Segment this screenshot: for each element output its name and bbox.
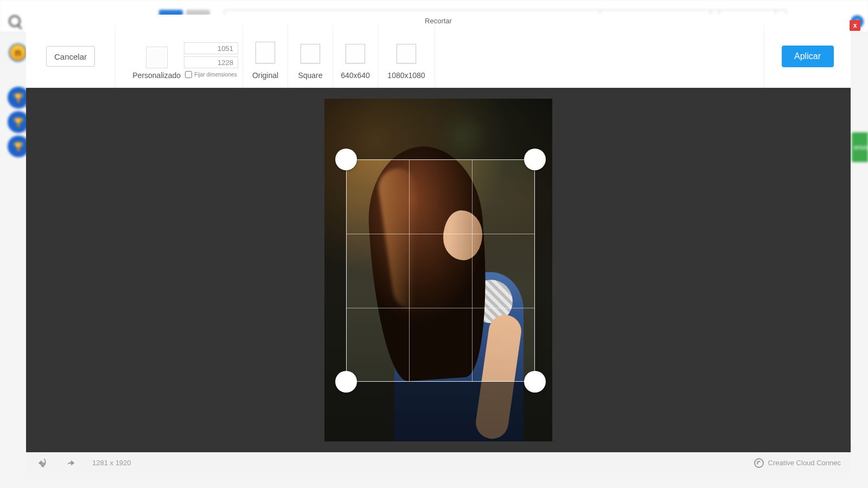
crop-border <box>346 159 535 382</box>
preset-square-button[interactable] <box>301 44 320 63</box>
crop-frame[interactable] <box>346 159 535 382</box>
custom-dims <box>184 42 238 68</box>
preset-square-label: Square <box>298 71 322 80</box>
cancel-button[interactable]: Cancelar <box>46 46 95 67</box>
lock-dimensions-label: Fijar dimensiones <box>194 72 237 78</box>
preset-original-cell: Original <box>243 25 288 87</box>
crop-handle-bottom-left[interactable] <box>335 371 357 393</box>
apply-cell: Aplicar <box>764 25 851 87</box>
modal-footer: 1281 x 1920 Creative Cloud Connec <box>26 452 851 473</box>
photo-preview[interactable] <box>324 99 552 441</box>
preset-1080-cell: 1080x1080 <box>378 25 435 87</box>
preset-640-label: 640x640 <box>341 71 370 80</box>
image-dimensions: 1281 x 1920 <box>92 459 131 467</box>
redo-icon <box>65 457 76 469</box>
creative-cloud-text: Creative Cloud Connec <box>768 459 841 467</box>
search-icon <box>9 15 23 29</box>
modal-title: Recortar <box>26 15 851 25</box>
close-button[interactable]: x <box>850 20 860 31</box>
width-input[interactable] <box>184 42 238 54</box>
creative-cloud-icon <box>754 458 764 468</box>
undo-button[interactable] <box>36 457 49 470</box>
canvas-area <box>26 88 851 452</box>
crop-handle-bottom-right[interactable] <box>524 371 546 393</box>
creative-cloud-label: Creative Cloud Connec <box>754 458 841 468</box>
custom-col-inputs: Fijar dimensiones <box>184 42 238 80</box>
preset-original-button[interactable] <box>256 42 275 63</box>
crop-modal: x Recortar Cancelar Personalizado Fijar … <box>26 15 851 473</box>
preset-640-cell: 640x640 <box>333 25 378 87</box>
lock-dimensions-checkbox[interactable] <box>185 71 192 78</box>
send-button-bg: enviar <box>852 132 868 162</box>
apply-button[interactable]: Aplicar <box>782 46 834 67</box>
crop-handle-top-right[interactable] <box>524 149 546 170</box>
undo-icon <box>36 457 48 469</box>
preset-square-cell: Square <box>288 25 333 87</box>
crop-toolbar: Cancelar Personalizado Fijar dimensiones <box>26 25 851 88</box>
height-input[interactable] <box>184 56 238 68</box>
avatar: n <box>9 43 27 62</box>
lock-dimensions-row: Fijar dimensiones <box>185 71 237 78</box>
custom-preset-icon[interactable] <box>146 47 168 68</box>
preset-1080-label: 1080x1080 <box>387 71 425 80</box>
preset-1080-button[interactable] <box>397 44 416 63</box>
preset-640-button[interactable] <box>346 44 365 63</box>
crop-handle-top-left[interactable] <box>335 149 357 170</box>
cancel-cell: Cancelar <box>26 25 116 87</box>
redo-button[interactable] <box>64 457 77 470</box>
preset-original-label: Original <box>252 71 278 80</box>
custom-label: Personalizado <box>132 71 181 80</box>
custom-col-icon: Personalizado <box>132 47 181 80</box>
custom-size-cell: Personalizado Fijar dimensiones <box>116 25 243 87</box>
